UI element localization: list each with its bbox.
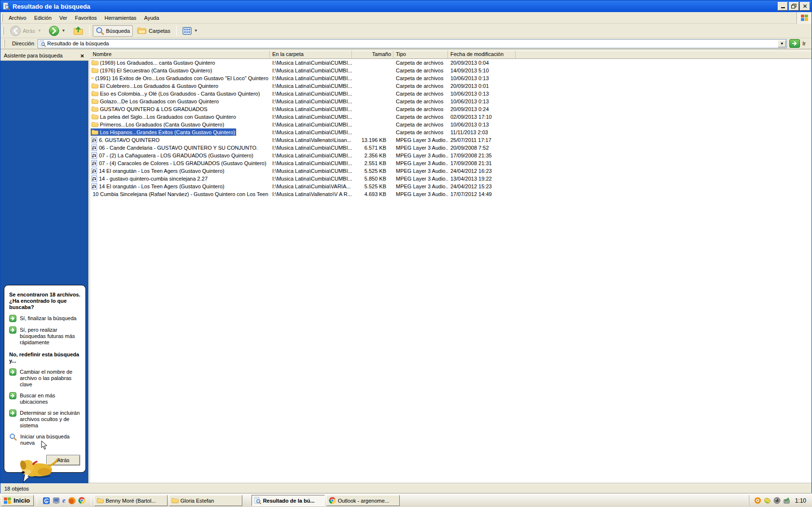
folder-item[interactable]: (1976) El Secuestrao (Canta Gustavo Quin… xyxy=(91,67,213,74)
table-row[interactable]: 10 Cumbia Sincelejana (Rafael Narváez) -… xyxy=(90,190,812,198)
search-option[interactable]: Buscar en más ubicaciones xyxy=(9,392,81,405)
menu-favoritos[interactable]: Favoritos xyxy=(71,14,100,22)
column-header-tipo[interactable]: Tipo xyxy=(393,51,448,59)
menu-ver[interactable]: Ver xyxy=(56,14,71,22)
search-companion-header: Asistente para búsqueda × xyxy=(0,51,88,61)
audio-item[interactable]: 07 - (2) La Cañaguatera - LOS GRADUADOS … xyxy=(91,152,254,159)
table-row[interactable]: 07 - (2) La Cañaguatera - LOS GRADUADOS … xyxy=(90,152,812,159)
toolbar-grip[interactable] xyxy=(2,27,4,35)
folder-item[interactable]: Los Hispanos...Grandes Éxitos (Canta Gus… xyxy=(91,128,236,136)
taskbar-clock[interactable]: 1:10 xyxy=(795,497,806,504)
menu-edicion[interactable]: Edición xyxy=(30,14,56,22)
minimize-button[interactable] xyxy=(778,2,788,11)
quick-launch-ie-icon[interactable]: e xyxy=(62,497,66,504)
folder-item[interactable]: El Culebrero...Los Graduados & Gustavo Q… xyxy=(91,82,219,89)
audio-item[interactable]: 10 Cumbia Sincelejana (Rafael Narváez) -… xyxy=(91,190,269,198)
table-row[interactable]: Eso es Colombia...y Olé (Los Gradusdos -… xyxy=(90,90,812,98)
tray-icon[interactable] xyxy=(764,497,771,504)
menu-archivo[interactable]: Archivo xyxy=(5,14,30,22)
folders-label: Carpetas xyxy=(149,28,170,34)
menu-herramientas[interactable]: Herramientas xyxy=(101,14,140,22)
quick-launch-messenger-icon[interactable] xyxy=(53,497,60,504)
table-row[interactable]: El Culebrero...Los Graduados & Gustavo Q… xyxy=(90,82,812,90)
address-input[interactable]: Resultado de la búsqueda ▼ xyxy=(38,39,787,48)
quick-launch-chrome-icon[interactable] xyxy=(78,497,85,504)
search-dog-mascot[interactable] xyxy=(17,451,61,479)
forward-button[interactable]: ▼ xyxy=(46,24,69,38)
table-row[interactable]: (1991) 16 Éxitos de Oro...Los Graduados … xyxy=(90,74,812,82)
go-label[interactable]: Ir xyxy=(802,41,806,46)
address-dropdown-button[interactable]: ▼ xyxy=(778,40,786,47)
search-option[interactable]: Sí, finalizar la búsqueda xyxy=(9,315,81,322)
audio-item[interactable]: 07 - (4) Caracoles de Colores - LOS GRAD… xyxy=(91,159,267,167)
table-row[interactable]: 6. GUSTAVO QUINTEROI:\Musica Latina\Vall… xyxy=(90,136,812,144)
file-name-label: Los Hispanos...Grandes Éxitos (Canta Gus… xyxy=(100,129,235,135)
taskbar-task[interactable]: Resultado de la bú... xyxy=(252,495,325,506)
tray-green-icon[interactable] xyxy=(783,497,790,504)
tray-icon[interactable] xyxy=(783,497,790,504)
titlebar[interactable]: Resultado de la búsqueda ✕ xyxy=(0,0,812,12)
table-row[interactable]: (1969) Los Graduados... canta Gustavo Qu… xyxy=(90,59,812,67)
table-row[interactable]: 14 - gustavo quintero-cumbia sincelejana… xyxy=(90,175,812,183)
file-name-cell: GUSTAVO QUINTERO & LOS GRADUADOS xyxy=(90,105,270,113)
audio-item[interactable]: 06 - Cande Candelaria - GUSTAVO QUINTERO… xyxy=(91,144,259,152)
column-header-nombre[interactable]: Nombre xyxy=(90,51,270,59)
column-header-carpeta[interactable]: En la carpeta xyxy=(270,51,352,59)
table-row[interactable]: 07 - (4) Caracoles de Colores - LOS GRAD… xyxy=(90,159,812,167)
address-icon xyxy=(39,40,46,47)
folder-icon xyxy=(91,59,98,66)
folder-item[interactable]: GUSTAVO QUINTERO & LOS GRADUADOS xyxy=(91,105,209,113)
search-option[interactable]: Sí, pero realizar búsquedas futuras más … xyxy=(9,326,81,346)
restore-button[interactable] xyxy=(789,2,799,11)
file-date-cell: 02/09/2013 17:10 xyxy=(448,114,516,120)
quick-launch-firefox-icon[interactable] xyxy=(68,497,76,505)
addressbar-grip[interactable] xyxy=(3,40,5,47)
tray-icon[interactable] xyxy=(773,497,781,504)
menubar-grip[interactable] xyxy=(1,14,3,22)
panel-close-icon[interactable]: × xyxy=(79,53,85,58)
file-name-label: (1976) El Secuestrao (Canta Gustavo Quin… xyxy=(100,68,212,73)
search-button[interactable]: Búsqueda xyxy=(93,25,133,37)
audio-item[interactable]: 14 El orangután - Los Teen Agers (Gustav… xyxy=(91,167,225,175)
tray-yellow-icon[interactable] xyxy=(764,497,771,504)
tray-gray-icon[interactable] xyxy=(773,497,781,504)
audio-file-icon xyxy=(91,175,98,182)
tray-icon[interactable] xyxy=(754,497,761,504)
taskbar-task[interactable]: Gloria Estefan xyxy=(169,495,242,506)
table-row[interactable]: La pelea del Siglo...Los Graduados con G… xyxy=(90,113,812,121)
table-row[interactable]: 14 El orangután - Los Teen Agers (Gustav… xyxy=(90,167,812,175)
table-row[interactable]: GUSTAVO QUINTERO & LOS GRADUADOSI:\Music… xyxy=(90,105,812,113)
folder-item[interactable]: Golazo...De Los Graduados con Gustavo Qu… xyxy=(91,98,220,105)
folders-button[interactable]: Carpetas xyxy=(134,25,173,36)
back-button[interactable]: Atrás ▼ xyxy=(7,24,44,38)
taskbar-task[interactable]: Outlook - argenome... xyxy=(326,495,400,506)
menu-ayuda[interactable]: Ayuda xyxy=(140,14,163,22)
folder-item[interactable]: Primeros...Los Graduados (Canta Gustavo … xyxy=(91,121,225,128)
column-header-tamano[interactable]: Tamaño xyxy=(352,51,393,59)
up-button[interactable] xyxy=(70,25,86,37)
windows-logo-icon xyxy=(797,12,812,24)
tray-orange-icon[interactable] xyxy=(754,497,761,504)
folder-item[interactable]: (1991) 16 Éxitos de Oro...Los Graduados … xyxy=(91,74,269,82)
folder-item[interactable]: La pelea del Siglo...Los Graduados con G… xyxy=(91,113,237,120)
quick-launch-app-icon[interactable] xyxy=(42,497,50,505)
table-row[interactable]: Los Hispanos...Grandes Éxitos (Canta Gus… xyxy=(90,128,812,136)
table-row[interactable]: Primeros...Los Graduados (Canta Gustavo … xyxy=(90,121,812,128)
audio-item[interactable]: 14 - gustavo quintero-cumbia sincelejana… xyxy=(91,175,209,183)
search-option[interactable]: Determinar si se incluirán archivos ocul… xyxy=(9,409,81,429)
folder-item[interactable]: Eso es Colombia...y Olé (Los Gradusdos -… xyxy=(91,90,261,97)
column-header-fecha[interactable]: Fecha de modificación xyxy=(448,51,516,59)
audio-item[interactable]: 6. GUSTAVO QUINTERO xyxy=(91,136,161,144)
start-button[interactable]: Inicio xyxy=(1,495,34,506)
taskbar-task[interactable]: Benny Moré (Bartol... xyxy=(94,495,168,506)
table-row[interactable]: (1976) El Secuestrao (Canta Gustavo Quin… xyxy=(90,67,812,74)
search-option[interactable]: Cambiar el nombre de archivo o las palab… xyxy=(9,368,81,388)
close-button[interactable]: ✕ xyxy=(800,2,810,11)
go-button[interactable] xyxy=(789,39,800,48)
table-row[interactable]: Golazo...De Los Graduados con Gustavo Qu… xyxy=(90,98,812,105)
views-button[interactable]: ▼ xyxy=(180,26,201,36)
table-row[interactable]: 14 El orangután - Los Teen Agers (Gustav… xyxy=(90,183,812,190)
table-row[interactable]: 06 - Cande Candelaria - GUSTAVO QUINTERO… xyxy=(90,144,812,152)
audio-item[interactable]: 14 El orangután - Los Teen Agers (Gustav… xyxy=(91,183,225,190)
folder-item[interactable]: (1969) Los Graduados... canta Gustavo Qu… xyxy=(91,59,216,66)
